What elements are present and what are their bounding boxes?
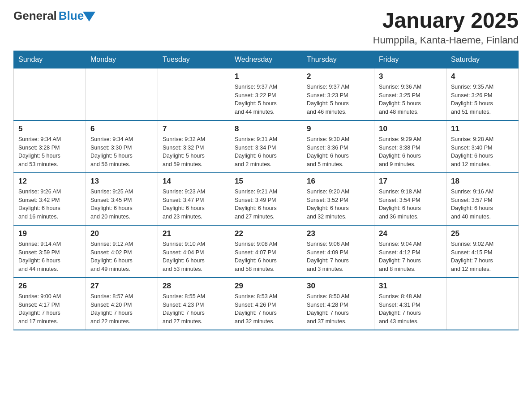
- day-info: Sunrise: 9:21 AM Sunset: 3:49 PM Dayligh…: [235, 188, 297, 221]
- calendar-cell: 3Sunrise: 9:36 AM Sunset: 3:25 PM Daylig…: [374, 68, 446, 120]
- day-number: 6: [90, 124, 153, 133]
- day-info: Sunrise: 9:04 AM Sunset: 4:12 PM Dayligh…: [379, 240, 442, 274]
- day-info: Sunrise: 8:50 AM Sunset: 4:28 PM Dayligh…: [307, 292, 369, 326]
- calendar-cell: 13Sunrise: 9:25 AM Sunset: 3:45 PM Dayli…: [86, 173, 158, 225]
- day-number: 10: [379, 124, 442, 133]
- day-number: 29: [235, 282, 297, 291]
- calendar-cell: 25Sunrise: 9:02 AM Sunset: 4:15 PM Dayli…: [446, 225, 519, 278]
- day-info: Sunrise: 9:29 AM Sunset: 3:38 PM Dayligh…: [379, 135, 442, 169]
- calendar-week-row: 12Sunrise: 9:26 AM Sunset: 3:42 PM Dayli…: [14, 173, 519, 225]
- calendar-cell: 17Sunrise: 9:18 AM Sunset: 3:54 PM Dayli…: [374, 173, 446, 225]
- calendar-cell: 2Sunrise: 9:37 AM Sunset: 3:23 PM Daylig…: [302, 68, 374, 120]
- day-number: 30: [307, 282, 369, 291]
- day-number: 25: [451, 229, 514, 238]
- day-number: 4: [451, 72, 514, 81]
- calendar-cell: 7Sunrise: 9:32 AM Sunset: 3:32 PM Daylig…: [158, 120, 230, 173]
- page-subtitle: Humppila, Kanta-Haeme, Finland: [373, 34, 519, 46]
- day-number: 9: [307, 124, 369, 133]
- day-number: 27: [90, 282, 153, 291]
- calendar-week-row: 26Sunrise: 9:00 AM Sunset: 4:17 PM Dayli…: [14, 278, 519, 330]
- day-number: 20: [90, 229, 153, 238]
- day-info: Sunrise: 9:02 AM Sunset: 4:15 PM Dayligh…: [451, 240, 514, 274]
- weekday-row: SundayMondayTuesdayWednesdayThursdayFrid…: [14, 51, 519, 68]
- day-info: Sunrise: 9:12 AM Sunset: 4:02 PM Dayligh…: [90, 240, 153, 274]
- day-number: 5: [18, 124, 81, 133]
- calendar-cell: [446, 278, 519, 330]
- day-number: 15: [235, 177, 297, 186]
- day-info: Sunrise: 9:20 AM Sunset: 3:52 PM Dayligh…: [307, 188, 369, 221]
- day-info: Sunrise: 9:08 AM Sunset: 4:07 PM Dayligh…: [235, 240, 297, 274]
- calendar-cell: 31Sunrise: 8:48 AM Sunset: 4:31 PM Dayli…: [374, 278, 446, 330]
- calendar-cell: 15Sunrise: 9:21 AM Sunset: 3:49 PM Dayli…: [230, 173, 302, 225]
- weekday-header: Sunday: [14, 51, 86, 68]
- day-info: Sunrise: 9:30 AM Sunset: 3:36 PM Dayligh…: [307, 135, 369, 169]
- calendar-cell: [86, 68, 158, 120]
- calendar-cell: 24Sunrise: 9:04 AM Sunset: 4:12 PM Dayli…: [374, 225, 446, 278]
- day-info: Sunrise: 9:26 AM Sunset: 3:42 PM Dayligh…: [18, 188, 81, 221]
- calendar-cell: 14Sunrise: 9:23 AM Sunset: 3:47 PM Dayli…: [158, 173, 230, 225]
- day-number: 21: [163, 229, 225, 238]
- page-header: General Blue January 2025 Humppila, Kant…: [13, 9, 519, 46]
- day-info: Sunrise: 9:37 AM Sunset: 3:23 PM Dayligh…: [307, 83, 369, 116]
- day-info: Sunrise: 9:37 AM Sunset: 3:22 PM Dayligh…: [235, 83, 297, 116]
- logo-general: General: [13, 9, 57, 23]
- calendar-cell: 16Sunrise: 9:20 AM Sunset: 3:52 PM Dayli…: [302, 173, 374, 225]
- calendar-table: SundayMondayTuesdayWednesdayThursdayFrid…: [13, 51, 519, 330]
- day-number: 1: [235, 72, 297, 81]
- calendar-cell: 10Sunrise: 9:29 AM Sunset: 3:38 PM Dayli…: [374, 120, 446, 173]
- calendar-cell: [14, 68, 86, 120]
- weekday-header: Saturday: [446, 51, 519, 68]
- day-number: 16: [307, 177, 369, 186]
- day-info: Sunrise: 9:00 AM Sunset: 4:17 PM Dayligh…: [18, 292, 81, 326]
- day-number: 14: [163, 177, 225, 186]
- calendar-cell: 23Sunrise: 9:06 AM Sunset: 4:09 PM Dayli…: [302, 225, 374, 278]
- day-number: 22: [235, 229, 297, 238]
- calendar-cell: [158, 68, 230, 120]
- calendar-cell: 22Sunrise: 9:08 AM Sunset: 4:07 PM Dayli…: [230, 225, 302, 278]
- day-number: 3: [379, 72, 442, 81]
- calendar-cell: 4Sunrise: 9:35 AM Sunset: 3:26 PM Daylig…: [446, 68, 519, 120]
- logo: General Blue: [13, 9, 95, 23]
- weekday-header: Wednesday: [230, 51, 302, 68]
- calendar-cell: 1Sunrise: 9:37 AM Sunset: 3:22 PM Daylig…: [230, 68, 302, 120]
- day-number: 7: [163, 124, 225, 133]
- calendar-cell: 12Sunrise: 9:26 AM Sunset: 3:42 PM Dayli…: [14, 173, 86, 225]
- calendar-cell: 30Sunrise: 8:50 AM Sunset: 4:28 PM Dayli…: [302, 278, 374, 330]
- day-info: Sunrise: 9:34 AM Sunset: 3:28 PM Dayligh…: [18, 135, 81, 169]
- calendar-cell: 27Sunrise: 8:57 AM Sunset: 4:20 PM Dayli…: [86, 278, 158, 330]
- weekday-header: Monday: [86, 51, 158, 68]
- weekday-header: Friday: [374, 51, 446, 68]
- day-number: 13: [90, 177, 153, 186]
- day-info: Sunrise: 8:48 AM Sunset: 4:31 PM Dayligh…: [379, 292, 442, 326]
- day-info: Sunrise: 9:06 AM Sunset: 4:09 PM Dayligh…: [307, 240, 369, 274]
- logo-blue: Blue: [59, 9, 84, 23]
- day-info: Sunrise: 9:32 AM Sunset: 3:32 PM Dayligh…: [163, 135, 225, 169]
- day-info: Sunrise: 9:36 AM Sunset: 3:25 PM Dayligh…: [379, 83, 442, 116]
- day-number: 23: [307, 229, 369, 238]
- day-number: 17: [379, 177, 442, 186]
- day-info: Sunrise: 9:28 AM Sunset: 3:40 PM Dayligh…: [451, 135, 514, 169]
- day-number: 18: [451, 177, 514, 186]
- calendar-week-row: 1Sunrise: 9:37 AM Sunset: 3:22 PM Daylig…: [14, 68, 519, 120]
- day-info: Sunrise: 9:25 AM Sunset: 3:45 PM Dayligh…: [90, 188, 153, 221]
- calendar-cell: 8Sunrise: 9:31 AM Sunset: 3:34 PM Daylig…: [230, 120, 302, 173]
- day-number: 24: [379, 229, 442, 238]
- calendar-week-row: 5Sunrise: 9:34 AM Sunset: 3:28 PM Daylig…: [14, 120, 519, 173]
- weekday-header: Thursday: [302, 51, 374, 68]
- day-info: Sunrise: 9:10 AM Sunset: 4:04 PM Dayligh…: [163, 240, 225, 274]
- day-info: Sunrise: 8:57 AM Sunset: 4:20 PM Dayligh…: [90, 292, 153, 326]
- calendar-cell: 21Sunrise: 9:10 AM Sunset: 4:04 PM Dayli…: [158, 225, 230, 278]
- day-info: Sunrise: 9:16 AM Sunset: 3:57 PM Dayligh…: [451, 188, 514, 221]
- day-info: Sunrise: 9:31 AM Sunset: 3:34 PM Dayligh…: [235, 135, 297, 169]
- day-number: 8: [235, 124, 297, 133]
- calendar-cell: 6Sunrise: 9:34 AM Sunset: 3:30 PM Daylig…: [86, 120, 158, 173]
- day-info: Sunrise: 9:35 AM Sunset: 3:26 PM Dayligh…: [451, 83, 514, 116]
- calendar-cell: 20Sunrise: 9:12 AM Sunset: 4:02 PM Dayli…: [86, 225, 158, 278]
- day-number: 28: [163, 282, 225, 291]
- calendar-cell: 18Sunrise: 9:16 AM Sunset: 3:57 PM Dayli…: [446, 173, 519, 225]
- calendar-cell: 29Sunrise: 8:53 AM Sunset: 4:26 PM Dayli…: [230, 278, 302, 330]
- calendar-body: 1Sunrise: 9:37 AM Sunset: 3:22 PM Daylig…: [14, 68, 519, 330]
- day-number: 19: [18, 229, 81, 238]
- calendar-cell: 28Sunrise: 8:55 AM Sunset: 4:23 PM Dayli…: [158, 278, 230, 330]
- day-info: Sunrise: 8:55 AM Sunset: 4:23 PM Dayligh…: [163, 292, 225, 326]
